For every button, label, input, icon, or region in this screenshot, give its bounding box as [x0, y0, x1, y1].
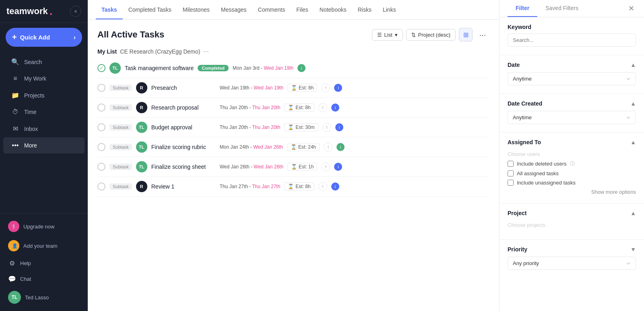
sidebar: teamwork. « + Quick Add › 🔍 Search ≡ My … [0, 0, 88, 311]
info-icon[interactable]: i [334, 163, 342, 171]
my-list-options-button[interactable]: ··· [203, 48, 208, 55]
date-end: Thu Jan 27th [252, 184, 280, 189]
sidebar-collapse-button[interactable]: « [70, 6, 81, 17]
date-end: Wed Jan 19th [254, 85, 283, 91]
info-icon[interactable]: i [331, 104, 339, 112]
estimate-value: Est: 8h [295, 184, 310, 189]
my-list-label: My List [97, 48, 117, 55]
task-checkbox[interactable] [97, 143, 105, 151]
tab-completed-tasks[interactable]: Completed Tasks [123, 0, 177, 19]
date-section-header[interactable]: Date ▲ [508, 62, 636, 68]
date-created-select[interactable]: Anytime [508, 111, 636, 124]
sidebar-item-chat[interactable]: 💬 Chat [0, 271, 88, 287]
priority-button[interactable]: ↑ [321, 162, 330, 171]
priority-section-header[interactable]: Priority ▼ [508, 246, 636, 253]
tab-notebooks[interactable]: Notebooks [314, 0, 352, 19]
upgrade-icon: ⬆ [8, 221, 19, 232]
project-section-header[interactable]: Project ▲ [508, 210, 636, 216]
tab-messages[interactable]: Messages [215, 0, 252, 19]
sidebar-item-time[interactable]: ⏱ Time [3, 104, 85, 120]
date-end: Thu Jan 20th [252, 105, 280, 110]
tab-comments[interactable]: Comments [252, 0, 291, 19]
tab-milestones[interactable]: Milestones [177, 0, 215, 19]
plus-icon: + [12, 33, 17, 42]
info-icon[interactable]: i [331, 182, 339, 191]
choose-users-placeholder[interactable]: Choose users [508, 149, 636, 160]
task-checkbox[interactable]: ✓ [97, 64, 105, 72]
my-list-header: My List CE Research (CrazyEgg Demo) ··· [97, 48, 489, 55]
date-label: Date [508, 62, 520, 68]
tab-risks[interactable]: Risks [352, 0, 377, 19]
tab-files[interactable]: Files [291, 0, 314, 19]
sort-button[interactable]: ⇅ Project (desc) [406, 29, 456, 41]
estimate-badge: ⌛ Est: 8h [284, 182, 314, 191]
task-checkbox[interactable] [97, 104, 105, 112]
task-checkbox[interactable] [97, 163, 105, 171]
show-more-options-link[interactable]: Show more options [508, 189, 636, 195]
sidebar-item-projects[interactable]: 📁 Projects [3, 87, 85, 104]
filter-button[interactable]: ⊞ [459, 28, 473, 41]
page-header: All Active Tasks ☰ List ▾ ⇅ Project (des… [97, 28, 489, 41]
options-button[interactable]: ··· [476, 28, 489, 41]
sidebar-item-inbox[interactable]: ✉ Inbox [3, 120, 85, 137]
task-checkbox[interactable] [97, 84, 105, 92]
include-unassigned-checkbox[interactable] [508, 180, 514, 186]
all-assigned-tasks-checkbox[interactable] [508, 170, 514, 176]
sidebar-item-help[interactable]: ⚙ Help [0, 255, 88, 271]
subtask-badge: Subtask [109, 85, 132, 91]
date-end: Thu Jan 20th [252, 124, 280, 130]
priority-button[interactable]: ↑ [318, 182, 327, 191]
tab-tasks[interactable]: Tasks [96, 0, 123, 19]
sidebar-item-search[interactable]: 🔍 Search [3, 54, 85, 70]
tab-saved-filters[interactable]: Saved Filters [537, 0, 586, 17]
hourglass-icon: ⌛ [291, 144, 297, 150]
date-created-section-header[interactable]: Date Created ▲ [508, 100, 636, 107]
hourglass-icon: ⌛ [288, 124, 294, 130]
help-label: Help [20, 260, 31, 266]
upgrade-label: Upgrade now [23, 224, 54, 230]
priority-button[interactable]: ↑ [318, 103, 327, 112]
subtask-badge: Subtask [109, 144, 132, 150]
info-icon[interactable]: i [336, 143, 345, 151]
date-range: Mon Jan 24th - Wed Jan 26th [220, 144, 283, 150]
keyword-input[interactable] [508, 33, 636, 47]
task-name: Research proposal [151, 104, 216, 111]
view-list-button[interactable]: ☰ List ▾ [372, 29, 403, 41]
info-tooltip-icon[interactable]: ⓘ [570, 160, 575, 167]
divider [500, 132, 644, 133]
priority-button[interactable]: ↑ [324, 143, 332, 151]
priority-select[interactable]: Any priority [508, 257, 636, 270]
priority-button[interactable]: ↑ [322, 123, 331, 132]
filter-close-button[interactable]: ✕ [627, 2, 636, 15]
info-icon[interactable]: i [297, 64, 305, 72]
priority-button[interactable]: ↑ [321, 83, 330, 92]
sidebar-item-user[interactable]: TL Ted Lasso [0, 287, 88, 308]
chat-icon: 💬 [8, 275, 16, 283]
info-icon[interactable]: i [334, 84, 342, 92]
date-start: Wed Jan 26th [220, 164, 250, 170]
task-checkbox[interactable] [97, 123, 105, 131]
date-range: Thu Jan 27th - Thu Jan 27th [220, 184, 281, 189]
sidebar-item-more[interactable]: ••• More [3, 137, 85, 153]
sidebar-item-upgrade[interactable]: ⬆ Upgrade now [0, 217, 88, 236]
chat-label: Chat [20, 276, 31, 282]
tab-filter[interactable]: Filter [508, 0, 537, 17]
divider [500, 55, 644, 55]
sidebar-nav: 🔍 Search ≡ My Work 📁 Projects ⏱ Time ✉ I… [0, 52, 88, 213]
info-icon[interactable]: i [335, 123, 343, 131]
include-deleted-users-checkbox[interactable] [508, 161, 514, 167]
assigned-to-section-header[interactable]: Assigned To ▲ [508, 139, 636, 145]
estimate-badge: ⌛ Est: 24h [287, 143, 320, 151]
quick-add-button[interactable]: + Quick Add › [6, 28, 82, 47]
task-checkbox[interactable] [97, 182, 105, 191]
sidebar-item-add-team[interactable]: +👤 Add your team [0, 236, 88, 255]
choose-projects-placeholder[interactable]: Choose projects [508, 220, 636, 231]
subtask-badge: Subtask [109, 164, 132, 170]
tab-links[interactable]: Links [377, 0, 402, 19]
date-select[interactable]: Anytime [508, 72, 636, 85]
task-name: Budget approval [151, 124, 216, 131]
date-end: Wed Jan 26th [253, 144, 283, 150]
sort-icon: ⇅ [411, 32, 416, 38]
sidebar-item-my-work[interactable]: ≡ My Work [3, 70, 85, 87]
inbox-icon: ✉ [11, 125, 19, 133]
